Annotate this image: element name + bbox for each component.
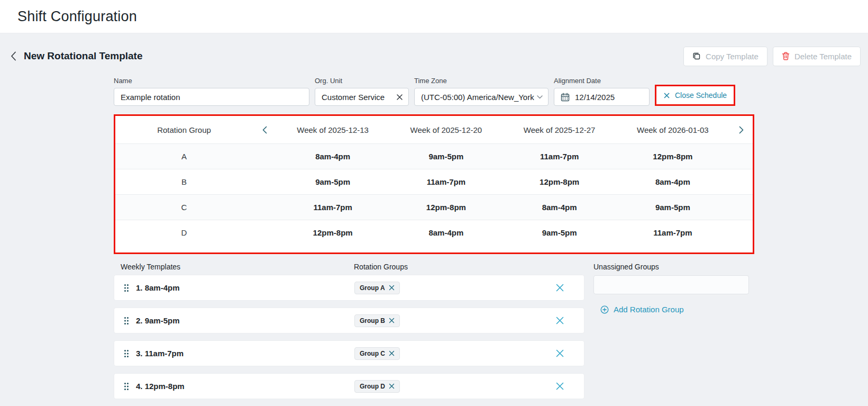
week-header: Week of 2025-12-27: [503, 125, 616, 134]
alignment-date-value: 12/14/2025: [575, 93, 615, 102]
chip-remove-button[interactable]: [389, 350, 395, 356]
shift-cell: 11am-7pm: [389, 177, 502, 186]
group-letter: D: [115, 228, 253, 237]
table-row: C 11am-7pm 12pm-8pm 8am-4pm 9am-5pm: [115, 194, 753, 220]
drag-handle[interactable]: [124, 382, 129, 391]
chevron-down-icon: [537, 95, 543, 99]
week-header: Week of 2025-12-13: [276, 125, 389, 134]
group-letter: B: [115, 177, 253, 186]
alignment-date-field[interactable]: 12/14/2025: [554, 88, 650, 106]
shift-cell: 12pm-8pm: [616, 152, 729, 161]
group-chip: Group D: [354, 380, 400, 393]
template-title: New Rotational Template: [24, 50, 143, 62]
rotation-group-header: Rotation Group: [115, 125, 253, 134]
group-chip: Group A: [354, 282, 400, 294]
page-body: New Rotational Template Copy Template De…: [0, 46, 868, 406]
rotation-schedule-table: Rotation Group Week of 2025-12-13 Week o…: [114, 114, 754, 254]
add-rotation-group-label: Add Rotation Group: [614, 305, 684, 314]
remove-template-button[interactable]: [555, 349, 584, 358]
copy-template-label: Copy Template: [706, 52, 759, 61]
org-unit-value: Customer Service: [322, 93, 385, 102]
week-header: Week of 2026-01-03: [616, 125, 729, 134]
next-week-button[interactable]: [739, 126, 744, 134]
page-title: Shift Configuration: [17, 8, 137, 25]
rotation-groups-label: Rotation Groups: [354, 263, 584, 271]
name-label: Name: [114, 77, 309, 85]
weekly-template-row: 2. 9am-5pm Group B: [114, 308, 584, 333]
shift-cell: 9am-5pm: [503, 228, 616, 237]
group-chip-label: Group C: [360, 350, 385, 357]
table-header-row: Rotation Group Week of 2025-12-13 Week o…: [115, 116, 753, 143]
unassigned-groups-dropzone[interactable]: [593, 275, 749, 294]
time-zone-label: Time Zone: [414, 77, 549, 85]
group-chip-label: Group A: [360, 284, 385, 292]
remove-template-button[interactable]: [555, 316, 584, 325]
weekly-template-title: 2. 9am-5pm: [136, 316, 180, 325]
shift-cell: 8am-4pm: [389, 228, 502, 237]
shift-cell: 12pm-8pm: [276, 228, 389, 237]
clear-x-icon: [396, 94, 403, 101]
shift-cell: 9am-5pm: [389, 152, 502, 161]
weekly-templates-label: Weekly Templates: [121, 263, 354, 271]
trash-icon: [782, 52, 790, 60]
close-schedule-label: Close Schedule: [675, 91, 727, 100]
shift-cell: 11am-7pm: [276, 203, 389, 212]
shift-cell: 8am-4pm: [616, 177, 729, 186]
remove-template-button[interactable]: [555, 382, 584, 391]
chevron-left-icon: [262, 126, 267, 134]
plus-circle-icon: [600, 305, 609, 314]
chip-remove-button[interactable]: [389, 285, 395, 291]
org-unit-clear-button[interactable]: [396, 94, 403, 101]
drag-handle[interactable]: [124, 317, 129, 325]
prev-week-button[interactable]: [262, 126, 267, 134]
time-zone-value: (UTC-05:00) America/New_York: [421, 93, 534, 102]
weekly-template-title: 1. 8am-4pm: [136, 283, 180, 292]
time-zone-select[interactable]: (UTC-05:00) America/New_York: [414, 88, 549, 106]
org-unit-select[interactable]: Customer Service: [315, 88, 409, 106]
drag-handle[interactable]: [124, 349, 129, 358]
calendar-icon: [561, 93, 570, 102]
shift-cell: 8am-4pm: [503, 203, 616, 212]
weekly-template-row: 4. 12pm-8pm Group D: [114, 373, 584, 399]
shift-cell: 8am-4pm: [276, 152, 389, 161]
close-schedule-button[interactable]: Close Schedule: [656, 86, 734, 104]
weekly-template-title: 3. 11am-7pm: [136, 349, 184, 358]
week-header: Week of 2025-12-20: [389, 125, 502, 134]
group-chip: Group C: [354, 347, 400, 360]
template-toolbar: New Rotational Template Copy Template De…: [6, 46, 861, 66]
chip-remove-button[interactable]: [389, 318, 395, 323]
copy-icon: [692, 52, 701, 60]
close-schedule-annotation: Close Schedule: [655, 85, 735, 106]
weekly-templates-section: Weekly Templates Rotation Groups 1. 8am-…: [114, 263, 584, 406]
weekly-template-row: 3. 11am-7pm Group C: [114, 340, 584, 366]
chevron-right-icon: [739, 126, 744, 134]
table-row: D 12pm-8pm 8am-4pm 9am-5pm 11am-7pm: [115, 220, 753, 245]
shift-cell: 9am-5pm: [616, 203, 729, 212]
group-chip-label: Group D: [360, 383, 385, 390]
delete-template-button[interactable]: Delete Template: [773, 47, 861, 66]
weekly-template-row: 1. 8am-4pm Group A: [114, 275, 584, 301]
back-button[interactable]: [11, 51, 16, 61]
group-chip: Group B: [354, 314, 400, 327]
shift-cell: 11am-7pm: [503, 152, 616, 161]
name-input[interactable]: [114, 88, 309, 106]
alignment-date-label: Alignment Date: [554, 77, 650, 85]
remove-template-button[interactable]: [555, 283, 584, 292]
close-x-icon: [663, 92, 670, 99]
copy-template-button[interactable]: Copy Template: [683, 47, 768, 66]
drag-handle[interactable]: [124, 284, 129, 292]
group-chip-label: Group B: [360, 317, 385, 324]
weekly-template-title: 4. 12pm-8pm: [136, 382, 185, 391]
app-header: Shift Configuration: [0, 0, 868, 33]
table-row: A 8am-4pm 9am-5pm 11am-7pm 12pm-8pm: [115, 143, 753, 169]
chip-remove-button[interactable]: [389, 383, 395, 389]
chevron-left-icon: [11, 51, 16, 61]
unassigned-groups-label: Unassigned Groups: [593, 263, 749, 271]
shift-cell: 12pm-8pm: [389, 203, 502, 212]
group-letter: C: [115, 203, 253, 212]
unassigned-groups-section: Unassigned Groups Add Rotation Group: [593, 263, 749, 316]
org-unit-label: Org. Unit: [315, 77, 409, 85]
shift-cell: 9am-5pm: [276, 177, 389, 186]
group-letter: A: [115, 152, 253, 161]
add-rotation-group-link[interactable]: Add Rotation Group: [600, 305, 684, 314]
